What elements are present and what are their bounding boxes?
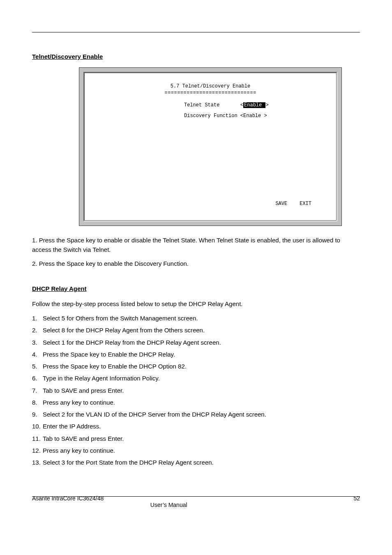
exit-button[interactable]: EXIT [300, 201, 311, 207]
step-13: 13.Select 3 for the Port State from the … [32, 458, 360, 467]
save-button[interactable]: SAVE [275, 201, 287, 207]
step-1: 1.Select 5 for Others from the Switch Ma… [32, 313, 360, 323]
terminal-divider: ============================= [93, 90, 328, 96]
telnet-state-label: Telnet State [184, 102, 219, 108]
telnet-state-value[interactable]: Enable [243, 102, 265, 108]
step-7: 7.Tab to SAVE and press Enter. [32, 386, 360, 395]
instruction-1: 1. Press the Space key to enable or disa… [32, 236, 360, 254]
section-heading-telnet: Telnet/Discovery Enable [32, 53, 360, 60]
page-footer: Asante IntraCore IC3624/48 [32, 495, 360, 508]
discovery-function-value[interactable]: Enable [243, 113, 264, 119]
step-2: 2.Select 8 for the DHCP Relay Agent from… [32, 325, 360, 335]
section-heading-dhcp: DHCP Relay Agent [32, 285, 360, 292]
step-10: 10.Enter the IP Address. [32, 421, 360, 431]
terminal-actions: SAVEEXIT [233, 194, 311, 214]
discovery-function-row: Discovery Function <Enable > [93, 113, 328, 119]
step-11: 11.Tab to SAVE and press Enter. [32, 434, 360, 443]
footer-left: Asante IntraCore IC3624/48 [32, 495, 353, 508]
instruction-2: 2. Press the Space key to enable the Dis… [32, 259, 360, 269]
step-8: 8.Press any key to continue. [32, 398, 360, 407]
telnet-state-row: Telnet State <Enable > [93, 102, 328, 108]
discovery-function-label: Discovery Function [184, 113, 238, 119]
footer-page-number: 52 [353, 495, 360, 508]
step-5: 5.Press the Space key to Enable the DHCP… [32, 362, 360, 371]
step-3: 3.Select 1 for the DHCP Relay from the D… [32, 338, 360, 347]
top-rule [32, 32, 360, 32]
terminal-title: 5.7 Telnet/Discovery Enable [93, 83, 328, 90]
step-6: 6.Type in the Relay Agent Information Po… [32, 373, 360, 383]
step-4: 4.Press the Space key to Enable the DHCP… [32, 350, 360, 359]
terminal-window: 5.7 Telnet/Discovery Enable ============… [79, 67, 342, 226]
dhcp-intro: Follow the step-by-step process listed b… [32, 299, 360, 309]
step-9: 9.Select 2 for the VLAN ID of the DHCP S… [32, 410, 360, 419]
step-12: 12.Press any key to continue. [32, 446, 360, 455]
